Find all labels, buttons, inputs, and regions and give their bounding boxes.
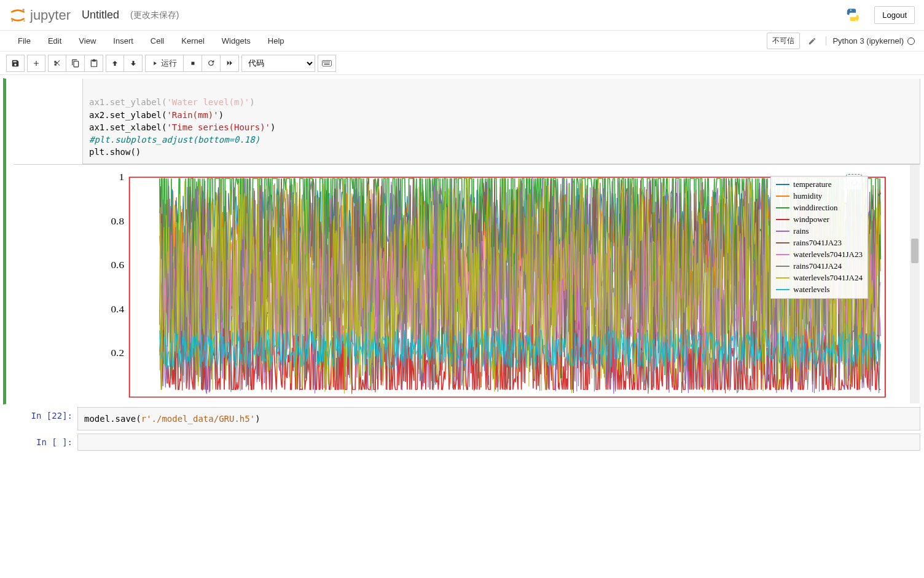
svg-point-2 xyxy=(23,20,25,21)
legend-item: rains7041JA24 xyxy=(776,261,863,272)
menubar: File Edit View Insert Cell Kernel Widget… xyxy=(0,31,924,52)
legend-label: temperature xyxy=(793,180,831,189)
save-button[interactable] xyxy=(6,55,25,72)
svg-rect-8 xyxy=(325,61,326,62)
logo-text: jupyter xyxy=(30,7,71,23)
legend-item: rains xyxy=(776,226,863,237)
legend-label: rains xyxy=(793,226,808,236)
menu-widgets[interactable]: Widgets xyxy=(213,31,259,50)
menu-insert[interactable]: Insert xyxy=(104,31,142,50)
legend-item: temperature xyxy=(776,179,863,191)
jupyter-logo-icon xyxy=(9,7,26,24)
code-cell-running[interactable]: ax1.set_ylabel('Water level(m)') ax2.set… xyxy=(3,78,921,405)
legend-color-icon xyxy=(776,266,789,267)
save-status: (更改未保存) xyxy=(130,10,179,21)
cell-input[interactable] xyxy=(77,434,920,451)
svg-rect-7 xyxy=(323,61,324,62)
run-button[interactable]: 运行 xyxy=(145,55,184,72)
legend-item: humidity xyxy=(776,191,863,202)
kernel-name[interactable]: Python 3 (ipykernel) xyxy=(826,36,904,46)
legend-label: winddirection xyxy=(793,203,837,213)
menu-view[interactable]: View xyxy=(70,31,104,50)
legend-color-icon xyxy=(776,184,789,185)
svg-text:1: 1 xyxy=(119,172,124,181)
cell-output-area[interactable]: -3 -2 -1 0 1 2 3 xyxy=(14,164,920,404)
legend-color-icon xyxy=(776,219,789,220)
output-vertical-scrollbar[interactable] xyxy=(910,165,920,403)
notebook-header: jupyter Untitled (更改未保存) Logout xyxy=(0,0,924,31)
notebook-body: ax1.set_ylabel('Water level(m)') ax2.set… xyxy=(0,75,924,465)
copy-button[interactable] xyxy=(66,55,85,72)
kernel-status-idle-icon xyxy=(907,38,915,45)
svg-text:0.8: 0.8 xyxy=(111,216,125,226)
insert-below-button[interactable] xyxy=(27,55,45,72)
logout-button[interactable]: Logout xyxy=(874,6,915,24)
svg-rect-5 xyxy=(191,61,194,65)
menu-edit[interactable]: Edit xyxy=(39,31,70,50)
legend-label: waterlevels xyxy=(793,285,829,295)
svg-rect-11 xyxy=(329,61,329,62)
cell-input[interactable]: model.save(r'./model_data/GRU.h5') xyxy=(77,407,920,430)
svg-rect-6 xyxy=(323,60,332,66)
svg-text:0.4: 0.4 xyxy=(111,304,125,314)
legend-color-icon xyxy=(776,289,789,290)
legend-label: waterlevels7041JA24 xyxy=(793,273,863,283)
code-cell[interactable]: In [22]: model.save(r'./model_data/GRU.h… xyxy=(3,406,921,431)
cut-button[interactable] xyxy=(48,55,66,72)
trusted-indicator[interactable]: 不可信 xyxy=(767,33,800,49)
input-prompt: In [22]: xyxy=(4,407,77,430)
code-cell-empty[interactable]: In [ ]: xyxy=(3,433,921,451)
restart-run-all-button[interactable] xyxy=(221,55,239,72)
paste-button[interactable] xyxy=(85,55,103,72)
svg-point-4 xyxy=(855,20,856,21)
svg-point-0 xyxy=(22,9,25,11)
svg-rect-10 xyxy=(327,61,328,62)
legend-color-icon xyxy=(776,277,789,279)
menu-file[interactable]: File xyxy=(9,31,39,50)
svg-text:0.6: 0.6 xyxy=(111,260,125,269)
interrupt-button[interactable] xyxy=(184,55,202,72)
python-logo-icon xyxy=(845,7,862,24)
svg-rect-12 xyxy=(324,63,329,64)
legend-item: waterlevels7041JA24 xyxy=(776,272,863,284)
notebook-title[interactable]: Untitled xyxy=(82,9,119,22)
legend-color-icon xyxy=(776,196,789,197)
menu-cell[interactable]: Cell xyxy=(142,31,173,50)
legend-color-icon xyxy=(776,207,789,208)
chart-svg: 1 0.8 0.6 0.4 0.2 xyxy=(88,171,889,403)
jupyter-logo[interactable]: jupyter xyxy=(9,7,71,24)
chart-legend: temperaturehumiditywinddirectionwindpowe… xyxy=(770,176,868,299)
legend-color-icon xyxy=(776,254,789,255)
cell-type-select[interactable]: 代码 xyxy=(241,55,315,72)
legend-color-icon xyxy=(776,242,789,243)
menu-help[interactable]: Help xyxy=(259,31,293,50)
legend-item: waterlevels7041JA23 xyxy=(776,249,863,261)
toolbar: 运行 代码 xyxy=(0,52,924,75)
legend-label: rains7041JA23 xyxy=(793,238,842,248)
svg-point-3 xyxy=(850,9,852,10)
legend-color-icon xyxy=(776,231,789,232)
cell-input[interactable]: ax1.set_ylabel('Water level(m)') ax2.set… xyxy=(82,79,920,164)
svg-point-1 xyxy=(12,20,14,22)
restart-button[interactable] xyxy=(202,55,221,72)
edit-mode-icon[interactable] xyxy=(805,34,820,49)
command-palette-button[interactable] xyxy=(318,55,336,72)
matplotlib-chart: -3 -2 -1 0 1 2 3 xyxy=(88,171,889,403)
menu-kernel[interactable]: Kernel xyxy=(173,31,213,50)
run-label: 运行 xyxy=(161,58,177,69)
move-down-button[interactable] xyxy=(124,55,143,72)
move-up-button[interactable] xyxy=(106,55,124,72)
svg-text:0.2: 0.2 xyxy=(111,349,125,358)
play-icon xyxy=(152,60,158,66)
legend-label: waterlevels7041JA23 xyxy=(793,250,863,259)
legend-label: rains7041JA24 xyxy=(793,261,842,271)
legend-item: rains7041JA23 xyxy=(776,237,863,249)
input-prompt: In [ ]: xyxy=(4,434,77,451)
legend-item: winddirection xyxy=(776,202,863,214)
svg-rect-9 xyxy=(326,61,327,62)
legend-item: windpower xyxy=(776,214,863,226)
legend-label: humidity xyxy=(793,191,822,201)
legend-label: windpower xyxy=(793,215,829,224)
legend-item: waterlevels xyxy=(776,284,863,296)
